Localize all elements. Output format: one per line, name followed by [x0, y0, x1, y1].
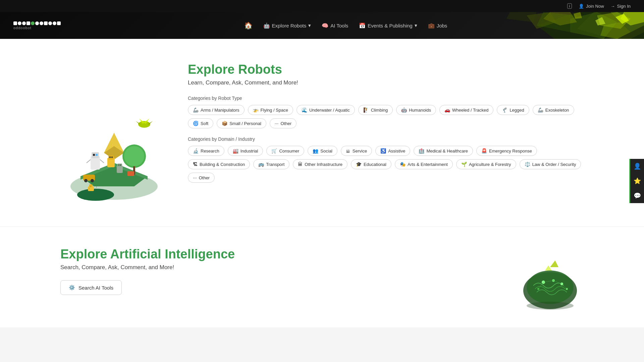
tag-label: Flying / Space: [261, 108, 288, 113]
domain-tag[interactable]: 🚨Emergency Response: [476, 146, 537, 156]
svg-rect-33: [117, 164, 122, 167]
sidebar-star-button[interactable]: ⭐: [629, 174, 644, 188]
sidebar-chat-button[interactable]: 💬: [629, 188, 644, 203]
tag-label: Research: [201, 148, 219, 154]
domain-tag[interactable]: ···Other: [188, 173, 215, 183]
profile-icon: 👤: [634, 163, 641, 170]
tag-label: Soft: [201, 121, 208, 126]
domain-tag[interactable]: 🛒Consumer: [266, 146, 304, 156]
domain-tag[interactable]: 🏛Other Infrastructure: [293, 159, 347, 169]
tag-icon: ♿: [380, 148, 386, 154]
search-ai-button[interactable]: ⚙️ Search AI Tools: [60, 280, 122, 295]
tag-icon: 🔬: [193, 148, 199, 154]
tag-icon: ⚖️: [525, 162, 530, 167]
nav-ai-tools[interactable]: 🧠 AI Tools: [322, 22, 348, 29]
robot-type-tag[interactable]: 🦿Legged: [497, 105, 529, 115]
info-button[interactable]: i: [567, 3, 572, 9]
robot-type-tag[interactable]: 🦾Exoskeleton: [533, 105, 574, 115]
domain-tag[interactable]: 🏗Building & Construction: [188, 159, 250, 169]
tag-icon: 🌊: [302, 107, 307, 113]
nav-home[interactable]: 🏠: [244, 21, 253, 29]
tag-icon: 🌀: [193, 121, 199, 126]
robot-type-tag[interactable]: 🦾Arms / Manipulators: [188, 105, 245, 115]
domain-tag[interactable]: 🚌Transport: [253, 159, 289, 169]
domain-tag[interactable]: 🎓Educational: [351, 159, 391, 169]
domain-tag[interactable]: ⚖️Law & Order / Security: [520, 159, 581, 169]
ai-icon: 🧠: [322, 22, 328, 29]
tag-label: Consumer: [279, 148, 299, 154]
robot-type-section: Categories by Robot Type 🦾Arms / Manipul…: [188, 96, 584, 128]
tag-icon: 📦: [222, 121, 227, 126]
domain-tag[interactable]: 🌱Agriculture & Forestry: [456, 159, 516, 169]
domain-tag[interactable]: 👥Social: [308, 146, 337, 156]
domain-section: Categories by Domain / Industry 🔬Researc…: [188, 136, 584, 183]
robot-type-tag[interactable]: 🚁Flying / Space: [248, 105, 293, 115]
info-icon: i: [567, 3, 572, 9]
robot-type-tags: 🦾Arms / Manipulators🚁Flying / Space🌊Unde…: [188, 105, 584, 128]
svg-rect-29: [96, 154, 98, 156]
top-bar: i 👤 Join Now → Sign In: [0, 0, 644, 12]
star-icon: ⭐: [634, 177, 641, 185]
domain-tag[interactable]: ♿Assistive: [375, 146, 410, 156]
svg-point-20: [124, 146, 144, 166]
robot-svg: [60, 59, 168, 206]
tag-label: Exoskeleton: [545, 108, 569, 113]
main-content: Explore Robots Learn, Compare, Ask, Comm…: [0, 39, 644, 327]
nav-center: 🏠 🤖 Explore Robots ▾ 🧠 AI Tools 📅 Events…: [61, 21, 631, 29]
sidebar-profile-button[interactable]: 👤: [629, 159, 644, 174]
calendar-icon: 📅: [359, 22, 366, 29]
logo[interactable]: oddoobot: [13, 21, 61, 30]
tag-label: Agriculture & Forestry: [469, 162, 511, 167]
domain-tag[interactable]: 🔬Research: [188, 146, 224, 156]
nav-explore-robots[interactable]: 🤖 Explore Robots ▾: [263, 22, 311, 29]
search-ai-icon: ⚙️: [69, 285, 75, 291]
robot-type-tag[interactable]: 🌀Soft: [188, 118, 213, 128]
robot-type-tag[interactable]: ···Other: [270, 118, 297, 128]
tag-icon: ···: [193, 175, 197, 180]
ai-svg: [483, 247, 584, 314]
domain-tag[interactable]: 🏭Industrial: [228, 146, 263, 156]
robot-type-tag[interactable]: 🧗Climbing: [358, 105, 393, 115]
tag-icon: 🏭: [233, 148, 238, 154]
explore-ai-section: Explore Artificial Intelligence Search, …: [0, 227, 644, 327]
tag-label: Medical & Healthcare: [426, 148, 468, 154]
domain-tag[interactable]: 🛎Service: [341, 146, 372, 156]
tag-label: Arts & Entertainment: [408, 162, 448, 167]
tag-icon: 🎓: [356, 162, 362, 167]
explore-robots-content: Explore Robots Learn, Compare, Ask, Comm…: [188, 59, 584, 191]
home-icon: 🏠: [244, 21, 253, 29]
explore-robots-chevron-icon: ▾: [308, 22, 311, 28]
tag-icon: 🏥: [419, 148, 424, 154]
tag-icon: 🚌: [258, 162, 264, 167]
svg-rect-35: [120, 165, 121, 166]
robot-type-tag[interactable]: 📦Small / Personal: [217, 118, 266, 128]
domain-tag[interactable]: 🏥Medical & Healthcare: [414, 146, 473, 156]
robot-illustration: [60, 59, 168, 206]
svg-rect-27: [92, 152, 99, 158]
join-now-button[interactable]: 👤 Join Now: [579, 4, 604, 9]
domain-tag[interactable]: 🎭Arts & Entertainment: [395, 159, 453, 169]
ai-illustration: [483, 247, 584, 314]
robot-type-tag[interactable]: 🤖Humanoids: [396, 105, 436, 115]
tag-icon: 👥: [313, 148, 318, 154]
nav-jobs[interactable]: 💼 Jobs: [428, 22, 447, 29]
nav-events[interactable]: 📅 Events & Publishing ▾: [359, 22, 417, 29]
domain-tags: 🔬Research🏭Industrial🛒Consumer👥Social🛎Ser…: [188, 146, 584, 183]
svg-rect-28: [93, 154, 95, 156]
explore-robots-title: Explore Robots: [188, 62, 584, 77]
robot-type-tag[interactable]: 🌊Underwater / Aquatic: [297, 105, 355, 115]
svg-rect-23: [108, 156, 114, 160]
explore-robots-subtitle: Learn, Compare, Ask, Comment, and More!: [188, 79, 584, 86]
logo-label: oddoobot: [13, 26, 32, 30]
tag-icon: 🦿: [502, 107, 507, 113]
sign-in-button[interactable]: → Sign In: [611, 4, 631, 9]
briefcase-icon: 💼: [428, 22, 435, 29]
robot-type-tag[interactable]: 🚗Wheeled / Tracked: [439, 105, 493, 115]
tag-label: Wheeled / Tracked: [452, 108, 488, 113]
svg-rect-24: [109, 157, 111, 158]
chat-icon: 💬: [634, 192, 641, 199]
tag-icon: 🛎: [346, 148, 351, 154]
svg-rect-36: [127, 171, 134, 176]
svg-line-30: [87, 160, 91, 163]
tag-label: Arms / Manipulators: [201, 108, 239, 113]
